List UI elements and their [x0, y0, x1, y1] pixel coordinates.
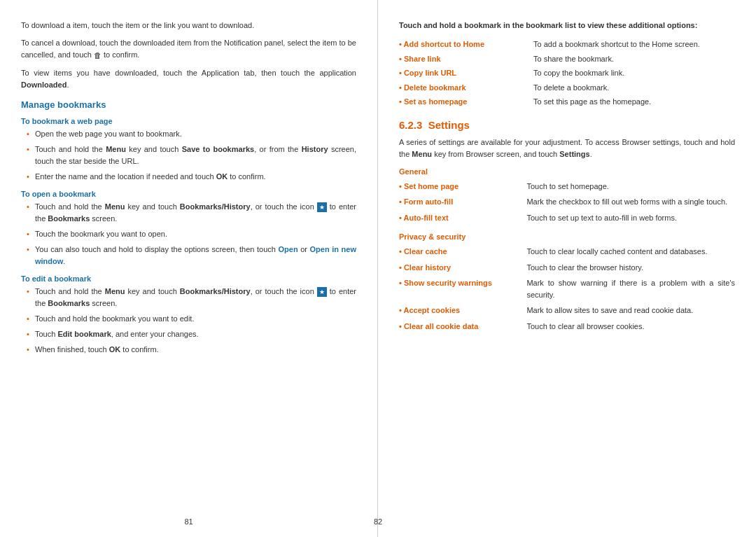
term-share-link: Share link — [399, 52, 533, 67]
def-add-shortcut: To add a bookmark shortcut to the Home s… — [533, 37, 735, 52]
table-row: Show security warnings Mark to show warn… — [399, 275, 735, 302]
history-label: History — [302, 145, 328, 153]
def-share-link: To share the bookmark. — [533, 52, 735, 67]
touch-hold-intro: Touch and hold a bookmark in the bookmar… — [399, 20, 735, 32]
def-autofill-text: Touch to set up text to auto-fill in web… — [526, 210, 735, 226]
def-clear-history: Touch to clear the browser history. — [526, 260, 735, 276]
list-item: Touch the bookmark you want to open. — [27, 228, 356, 240]
privacy-label: Privacy & security — [399, 232, 735, 241]
menu-key-label4: Menu — [412, 150, 432, 158]
intro-p3: To view items you have downloaded, touch… — [21, 67, 356, 91]
bookmark-options-table: Add shortcut to Home To add a bookmark s… — [399, 37, 735, 109]
downloaded-label: Downloaded — [21, 81, 66, 89]
general-settings-table: Set home page Touch to set homepage. For… — [399, 179, 735, 226]
bookmarks-history-label: Bookmarks/History — [180, 202, 251, 211]
table-row: Clear cache Touch to clear locally cache… — [399, 244, 735, 260]
manage-bookmarks-title: Manage bookmarks — [21, 99, 356, 110]
list-item: Touch and hold the Menu key and touch Bo… — [27, 286, 356, 309]
menu-key-label2: Menu — [105, 202, 125, 211]
bookmarks-screen-label2: Bookmarks — [48, 299, 90, 307]
term-copy-url: Copy link URL — [399, 66, 533, 81]
edit-bookmark-label: Edit bookmark — [57, 330, 111, 338]
list-item: Touch and hold the Menu key and touch Sa… — [27, 144, 356, 167]
list-item: Enter the name and the location if neede… — [27, 171, 356, 183]
table-row: Form auto-fill Mark the checkbox to fill… — [399, 194, 735, 210]
term-form-autofill: Form auto-fill — [399, 194, 526, 210]
list-item: When finished, touch OK to confirm. — [27, 344, 356, 356]
to-bookmark-list: Open the web page you want to bookmark. … — [21, 128, 356, 183]
intro-p2: To cancel a download, touch the download… — [21, 37, 356, 62]
settings-bold: Settings — [559, 150, 589, 158]
table-row: Set as homepage To set this page as the … — [399, 95, 735, 109]
to-bookmark-subtitle: To bookmark a web page — [21, 117, 356, 125]
settings-section: 6.2.3 Settings A series of settings are … — [399, 119, 735, 335]
def-delete-bookmark: To delete a bookmark. — [533, 81, 735, 95]
table-row: Copy link URL To copy the bookmark link. — [399, 66, 735, 81]
def-set-home: Touch to set homepage. — [526, 179, 735, 195]
left-page: To download a item, touch the item or th… — [0, 0, 378, 537]
table-row: Auto-fill text Touch to set up text to a… — [399, 210, 735, 226]
term-show-security: Show security warnings — [399, 275, 526, 302]
table-row: Add shortcut to Home To add a bookmark s… — [399, 37, 735, 52]
general-label: General — [399, 167, 735, 176]
term-clear-cache: Clear cache — [399, 244, 526, 260]
star-icon: ★ — [317, 202, 327, 212]
list-item: Touch and hold the bookmark you want to … — [27, 313, 356, 325]
table-row: Set home page Touch to set homepage. — [399, 179, 735, 195]
term-autofill-text: Auto-fill text — [399, 210, 526, 226]
open-new-window-label: Open in new window — [35, 245, 356, 265]
to-edit-subtitle: To edit a bookmark — [21, 274, 356, 283]
table-row: Delete bookmark To delete a bookmark. — [399, 81, 735, 95]
table-row: Accept cookies Mark to allow sites to sa… — [399, 302, 735, 319]
term-set-homepage: Set as homepage — [399, 95, 533, 109]
ok-label2: OK — [109, 345, 121, 354]
menu-key-label3: Menu — [105, 287, 125, 295]
term-add-shortcut: Add shortcut to Home — [399, 37, 533, 52]
page-number-left: 81 — [184, 517, 192, 526]
settings-intro: A series of settings are available for y… — [399, 137, 735, 160]
star-icon2: ★ — [317, 287, 327, 297]
settings-label: Settings — [428, 119, 470, 131]
ok-label: OK — [216, 172, 228, 181]
def-clear-all-cookies: Touch to clear all browser cookies. — [526, 319, 735, 335]
bookmarks-screen-label: Bookmarks — [48, 214, 90, 223]
list-item: Touch Edit bookmark, and enter your chan… — [27, 328, 356, 340]
def-show-security: Mark to show warning if there is a probl… — [526, 275, 735, 302]
list-item: You can also touch and hold to display t… — [27, 244, 356, 267]
intro-p1: To download a item, touch the item or th… — [21, 20, 356, 32]
table-row: Share link To share the bookmark. — [399, 52, 735, 67]
save-bookmarks-label: Save to bookmarks — [182, 145, 254, 153]
settings-title: 6.2.3 Settings — [399, 119, 735, 131]
def-clear-cache: Touch to clear locally cached content an… — [526, 244, 735, 260]
term-clear-history: Clear history — [399, 260, 526, 276]
term-accept-cookies: Accept cookies — [399, 302, 526, 319]
term-set-home: Set home page — [399, 179, 526, 195]
to-open-list: Touch and hold the Menu key and touch Bo… — [21, 201, 356, 267]
def-set-homepage: To set this page as the homepage. — [533, 95, 735, 109]
table-row: Clear all cookie data Touch to clear all… — [399, 319, 735, 335]
table-row: Clear history Touch to clear the browser… — [399, 260, 735, 276]
right-page: Touch and hold a bookmark in the bookmar… — [378, 0, 756, 537]
page-number-right: 82 — [374, 517, 382, 526]
def-form-autofill: Mark the checkbox to fill out web forms … — [526, 194, 735, 210]
bookmarks-history-label2: Bookmarks/History — [180, 287, 251, 295]
def-accept-cookies: Mark to allow sites to save and read coo… — [526, 302, 735, 319]
to-open-subtitle: To open a bookmark — [21, 190, 356, 198]
privacy-settings-table: Clear cache Touch to clear locally cache… — [399, 244, 735, 334]
list-item: Touch and hold the Menu key and touch Bo… — [27, 201, 356, 225]
section-number: 6.2.3 — [399, 119, 422, 131]
list-item: Open the web page you want to bookmark. — [27, 128, 356, 140]
menu-key-label: Menu — [106, 145, 126, 153]
to-edit-list: Touch and hold the Menu key and touch Bo… — [21, 286, 356, 356]
term-delete-bookmark: Delete bookmark — [399, 81, 533, 95]
def-copy-url: To copy the bookmark link. — [533, 66, 735, 81]
trash-icon: 🗑 — [94, 50, 102, 62]
term-clear-all-cookies: Clear all cookie data — [399, 319, 526, 335]
open-label: Open — [279, 245, 298, 253]
